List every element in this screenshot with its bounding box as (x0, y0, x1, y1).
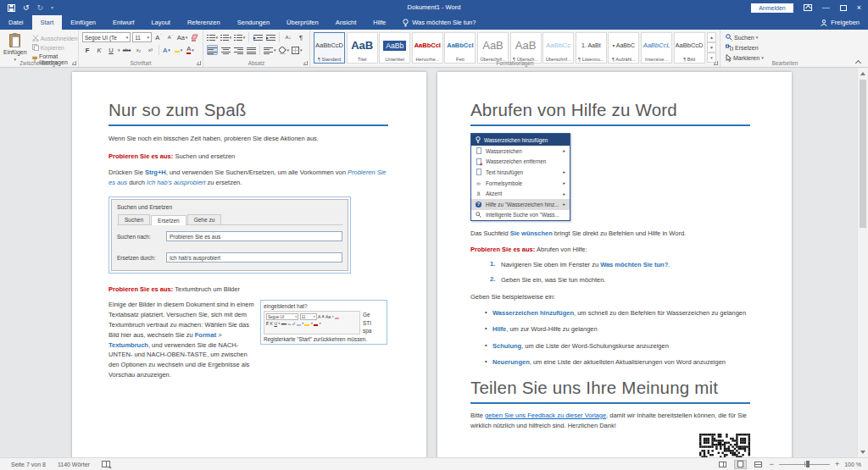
tab-hilfe[interactable]: Hilfe (364, 15, 394, 30)
heading-abrufen-von-hilfe: Abrufen von Hilfe zu Word (470, 100, 750, 126)
menu-item-wasserzeichen-entfernen: Wasserzeichen entfernen (471, 157, 570, 168)
tab-referenzen[interactable]: Referenzen (179, 15, 229, 30)
shading-button[interactable]: ▾ (279, 45, 290, 55)
replace-button[interactable]: Ersetzen (724, 43, 846, 52)
align-left-button[interactable] (207, 45, 218, 55)
style-aufzaehlung[interactable]: • AaBbC¶ Aufzähl... (608, 32, 639, 64)
zoom-level[interactable]: 100 % (844, 462, 861, 467)
sign-in-button[interactable]: Anmelden (751, 3, 793, 13)
italic-button[interactable]: K (94, 45, 104, 55)
bullet-icon: • (485, 341, 492, 351)
align-center-button[interactable] (220, 45, 231, 55)
highlight-button[interactable]: ▾ (174, 45, 184, 55)
bold-button[interactable]: F (82, 45, 92, 55)
tellme-menu-screenshot[interactable]: Wasserzeichen hinzufügen Wasserzeichen▸ … (470, 133, 570, 221)
font-color-button[interactable]: A▾ (186, 45, 196, 55)
scroll-up-icon[interactable] (858, 68, 868, 79)
align-right-button[interactable] (233, 45, 243, 55)
close-button[interactable]: × (857, 4, 861, 12)
share-button[interactable]: Freigeben (812, 15, 868, 30)
paragraph-dialog-launcher-icon[interactable] (303, 61, 308, 65)
tab-datei[interactable]: Datei (0, 15, 32, 30)
font-dialog-launcher-icon[interactable] (197, 61, 201, 65)
text-effects-button[interactable]: A▾ (162, 45, 172, 55)
styles-scroll-up-icon[interactable]: ▲ (707, 32, 716, 42)
print-layout-button[interactable] (734, 460, 747, 469)
paragraph: Einige der Bilder in diesem Dokument sin… (108, 300, 256, 380)
tab-ueberpruefen[interactable]: Überprüfen (278, 15, 327, 30)
feedback-link[interactable]: geben Sie uns Feedback zu dieser Vorlage (485, 412, 606, 419)
underline-button[interactable]: U (106, 45, 116, 55)
tab-entwurf[interactable]: Entwurf (104, 15, 142, 30)
zoom-slider[interactable] (779, 464, 830, 465)
tab-sendungen[interactable]: Sendungen (229, 15, 278, 30)
page-left[interactable]: Nur so zum Spaß Wenn Sie noch ein bissch… (72, 72, 426, 457)
shrink-font-button[interactable]: Aˇ (165, 32, 175, 42)
superscript-button[interactable]: x² (146, 45, 156, 55)
style-ueberschrift2[interactable]: AaB¶ Übersch... (510, 32, 542, 64)
ribbon-display-options-icon[interactable] (804, 4, 812, 11)
numbering-button[interactable]: ▾ (220, 32, 231, 42)
save-icon[interactable] (8, 4, 15, 12)
style-ueberschrift3[interactable]: AaBbCcÜberschrif... (542, 32, 574, 64)
style-intensiv[interactable]: AaBbCcLIntensive... (641, 32, 672, 64)
zoom-slider-thumb[interactable] (806, 461, 810, 467)
mini-effects-icon (297, 322, 301, 326)
zoom-in-button[interactable]: + (835, 461, 839, 468)
scrollbar-thumb[interactable] (860, 80, 866, 228)
subscript-button[interactable]: x₂ (134, 45, 144, 55)
style-untertitel[interactable]: AaBbUntertitel (379, 32, 410, 64)
paragraph: Das Suchfeld Sie wünschen bringt Sie dir… (470, 229, 750, 239)
bullets-button[interactable]: ▾ (207, 32, 218, 42)
scroll-down-icon[interactable] (858, 446, 868, 457)
style-ueberschrift1[interactable]: AaBÜberschrif... (477, 32, 509, 64)
font-name-combo[interactable]: Segoe UI (Te▾ (82, 32, 131, 42)
word-count[interactable]: 1140 Wörter (58, 462, 90, 467)
page-right[interactable]: Abrufen von Hilfe zu Word Wasserzeichen … (437, 72, 792, 457)
style-standard[interactable]: AaBbCcD¶ Standard (314, 32, 345, 64)
read-mode-button[interactable] (716, 460, 729, 469)
style-fett[interactable]: AaBbCcIFett (444, 32, 476, 64)
decrease-indent-button[interactable] (253, 32, 263, 42)
mini-ribbon-screenshot[interactable]: eingeblendet hat? Segoe UI▾ 11▾ AAAa▾ FK… (260, 300, 387, 345)
tab-ansicht[interactable]: Ansicht (327, 15, 365, 30)
multilevel-list-button[interactable]: ▾ (234, 32, 245, 42)
styles-dialog-launcher-icon[interactable] (714, 61, 718, 65)
minimize-button[interactable]: — (822, 4, 830, 12)
customize-qat-icon[interactable]: ▾ (51, 5, 53, 10)
style-bild[interactable]: AaBbCcD¶ Bild (674, 32, 705, 64)
cut-button[interactable]: Ausschneiden (31, 34, 80, 42)
undo-icon[interactable]: ↺ (23, 4, 30, 12)
grow-font-button[interactable]: Aˆ (153, 32, 164, 42)
strikethrough-button[interactable]: abc (122, 45, 132, 55)
styles-scroll-down-icon[interactable]: ▼ (707, 42, 716, 53)
web-layout-button[interactable] (752, 460, 765, 469)
justify-button[interactable] (246, 45, 256, 55)
find-button[interactable]: Suchen▾ (724, 33, 846, 41)
collapse-ribbon-icon[interactable] (856, 59, 861, 64)
sort-button[interactable]: A↓ (283, 32, 293, 42)
proofing-icon[interactable] (102, 461, 110, 467)
borders-button[interactable]: ▾ (292, 45, 303, 55)
copy-button[interactable]: Kopieren (31, 43, 80, 52)
change-case-button[interactable]: Aa▾ (177, 32, 187, 42)
tell-me-box[interactable]: Was möchten Sie tun? (394, 15, 484, 30)
vertical-scrollbar[interactable] (857, 68, 868, 457)
redo-icon[interactable]: ↻ (37, 4, 44, 12)
page-indicator[interactable]: Seite 7 von 8 (11, 462, 46, 467)
style-titel[interactable]: AaBTitel (347, 32, 378, 64)
style-hervorhebung[interactable]: AaBbCcIHervorhe... (412, 32, 443, 64)
style-listennummer[interactable]: 1. AaBt¶ Listennu... (576, 32, 607, 64)
show-paragraph-marks-button[interactable]: ¶ (296, 32, 306, 42)
clipboard-dialog-launcher-icon[interactable] (72, 61, 76, 65)
tab-einfuegen[interactable]: Einfügen (62, 15, 104, 30)
font-size-combo[interactable]: 11▾ (132, 32, 152, 42)
clear-formatting-button[interactable] (189, 32, 199, 42)
tab-layout[interactable]: Layout (142, 15, 179, 30)
increase-indent-button[interactable] (265, 32, 275, 42)
tab-start[interactable]: Start (32, 15, 63, 30)
find-replace-screenshot[interactable]: Suchen und Ersetzen Suchen Ersetzen Gehe… (108, 196, 351, 274)
zoom-out-button[interactable]: − (770, 461, 774, 468)
line-spacing-button[interactable]: ▾ (264, 45, 276, 55)
restore-button[interactable] (840, 5, 847, 11)
